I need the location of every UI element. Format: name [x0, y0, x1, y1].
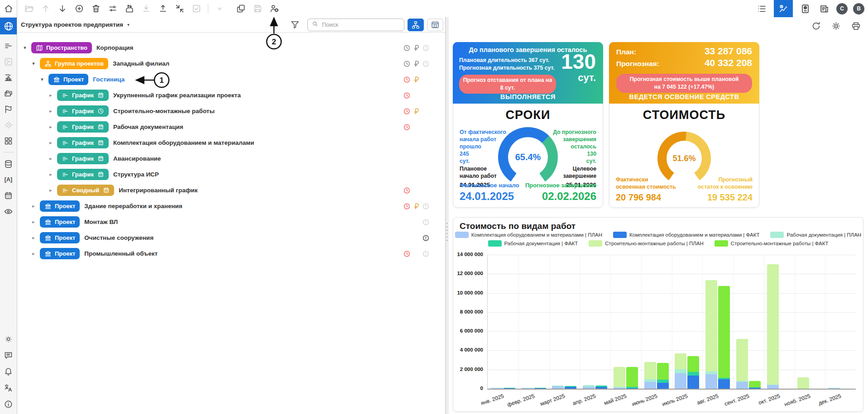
sliders-icon[interactable] — [107, 3, 118, 14]
caret-right-icon[interactable]: ▸ — [31, 203, 36, 209]
avatar-b[interactable]: B — [853, 3, 864, 14]
legend-item[interactable]: Рабочая документация | ФАКТ — [488, 240, 578, 247]
report-icon[interactable] — [817, 0, 831, 17]
search-input[interactable] — [321, 21, 400, 29]
tree-row[interactable]: ▾ПространствоКорпорация — [17, 40, 445, 56]
sidebar-item-bell[interactable] — [3, 366, 14, 377]
folder-open-icon — [24, 3, 34, 14]
sidebar-item-translate[interactable] — [3, 382, 14, 393]
checkbox-icon — [191, 3, 202, 14]
status-slot-empty — [412, 218, 421, 226]
badge-schedule: График — [57, 169, 109, 180]
sidebar-item-info[interactable] — [3, 399, 14, 409]
sidebar-item-flag[interactable] — [3, 104, 14, 114]
analytics-icon[interactable] — [774, 0, 793, 17]
tree-row[interactable]: ▸ПроектОчистные сооружения — [17, 230, 445, 246]
panel-header: Структура проектов предприятия ▾ — [17, 17, 445, 33]
badge-label: Пространство — [46, 44, 87, 51]
list-icon[interactable] — [755, 0, 768, 17]
caret-down-icon — [214, 3, 225, 14]
legend-item[interactable]: Строительно-монтажные работы | ПЛАН — [589, 240, 704, 247]
forecast-cost-value: 40 332 208 — [705, 57, 752, 68]
tree-row[interactable]: ▸ГрафикСтроительно-монтажные работы — [17, 103, 445, 119]
tree-row[interactable]: ▸ПроектПромышленный объект — [17, 246, 445, 262]
tree-row[interactable]: ▸СводныйИнтегрированный график — [17, 182, 445, 198]
upload-line-icon[interactable] — [158, 3, 168, 14]
tree-row[interactable]: ▸ГрафикРабочая документация — [17, 119, 445, 135]
avatar-c[interactable]: C — [836, 3, 848, 14]
row-status — [403, 170, 430, 179]
trash-icon[interactable] — [91, 3, 101, 14]
tree-row[interactable]: ▸ГрафикСтруктура ИСР — [17, 167, 445, 182]
sidebar-item-sun[interactable] — [3, 333, 14, 344]
gridline-vertical — [764, 255, 764, 389]
bar-segment — [626, 387, 638, 388]
bar-segment — [767, 264, 779, 385]
refresh-icon[interactable] — [810, 20, 822, 32]
legend-swatch — [488, 240, 502, 247]
home-icon[interactable] — [3, 3, 14, 14]
caret-right-icon[interactable]: ▸ — [48, 156, 53, 162]
ruble-status-icon — [412, 202, 421, 210]
bar-segment — [491, 388, 503, 389]
tree-row[interactable]: ▸ГрафикАвансирование — [17, 151, 445, 167]
splitter-handle[interactable] — [446, 222, 448, 243]
legend-item[interactable]: Комплектация оборудованием и материалами… — [613, 232, 759, 238]
caret-right-icon[interactable]: ▸ — [31, 235, 36, 241]
caret-right-icon[interactable]: ▸ — [31, 251, 36, 257]
collapse-icon[interactable] — [174, 3, 185, 14]
caret-right-icon[interactable]: ▸ — [48, 140, 53, 146]
sidebar-item-comment[interactable] — [3, 350, 14, 361]
tree-row[interactable]: ▸ГрафикУкрупненный график реализации про… — [17, 87, 445, 103]
caret-right-icon[interactable]: ▸ — [48, 171, 53, 177]
user-gear-icon[interactable] — [269, 3, 280, 14]
sidebar-item-grid-four[interactable] — [3, 135, 14, 146]
passport-icon[interactable] — [798, 0, 812, 17]
legend-item[interactable]: Рабочая документация | ПЛАН — [770, 232, 861, 238]
tree-row[interactable]: ▾Группа проектовЗападный филиал — [17, 56, 445, 71]
funnel-icon[interactable] — [288, 19, 301, 31]
gear-icon[interactable] — [830, 20, 842, 32]
chevron-down-icon[interactable]: ▾ — [127, 22, 129, 27]
badge-label: Сводный — [72, 187, 99, 194]
copy-icon[interactable] — [235, 3, 246, 14]
caret-down-icon[interactable]: ▾ — [39, 76, 45, 82]
arrow-down-icon[interactable] — [57, 3, 68, 14]
caret-right-icon[interactable]: ▸ — [48, 108, 53, 114]
box-arrows-icon[interactable] — [124, 3, 135, 14]
plan-duration-text: Плановая длительность 367 сут. — [459, 57, 549, 63]
sidebar-item-globe[interactable] — [0, 18, 17, 34]
sidebar-item-eye[interactable] — [3, 206, 14, 217]
tree-row[interactable]: ▾ПроектГостиница — [17, 71, 445, 87]
badge-label: Группа проектов — [55, 60, 104, 67]
caret-down-icon[interactable]: ▾ — [22, 45, 28, 51]
bar-segment — [583, 387, 595, 389]
caret-right-icon[interactable]: ▸ — [48, 92, 53, 98]
bar-segment — [675, 369, 686, 373]
caret-right-icon[interactable]: ▸ — [48, 124, 53, 130]
caret-down-icon[interactable]: ▾ — [31, 61, 36, 67]
search-box[interactable] — [307, 19, 404, 31]
table-columns-view-button[interactable] — [427, 19, 443, 31]
sidebar-item-calendar[interactable] — [3, 190, 14, 201]
tree-row[interactable]: ▸ГрафикКомплектация оборудованием и мате… — [17, 135, 445, 151]
sidebar-item-database[interactable] — [3, 158, 14, 169]
sidebar-item-folders[interactable] — [3, 88, 14, 99]
plus-circle-icon[interactable] — [74, 3, 85, 14]
calendar-icon — [97, 139, 104, 146]
caret-right-icon[interactable]: ▸ — [48, 187, 53, 193]
sidebar-item-text-a[interactable]: [A] — [3, 174, 14, 185]
sidebar-item-bars[interactable] — [3, 40, 14, 51]
badge-summary: Сводный — [57, 185, 114, 196]
top-toolbar: CB — [17, 0, 868, 18]
caret-right-icon[interactable]: ▸ — [31, 219, 36, 225]
sidebar-item-gantt — [3, 56, 14, 67]
legend-item[interactable]: Строительно-монтажные работы | ФАКТ — [715, 240, 829, 247]
legend-item[interactable]: Комплектация оборудованием и материалами… — [455, 232, 602, 238]
tree-row[interactable]: ▸ПроектЗдание переработки и хранения — [17, 198, 445, 214]
org-chart-view-button[interactable] — [408, 19, 424, 31]
status-slot-empty — [412, 154, 421, 163]
printer-icon[interactable] — [850, 20, 862, 32]
sidebar-item-histogram[interactable] — [3, 72, 14, 83]
tree-row[interactable]: ▸ПроектМонтаж ВЛ — [17, 214, 445, 230]
